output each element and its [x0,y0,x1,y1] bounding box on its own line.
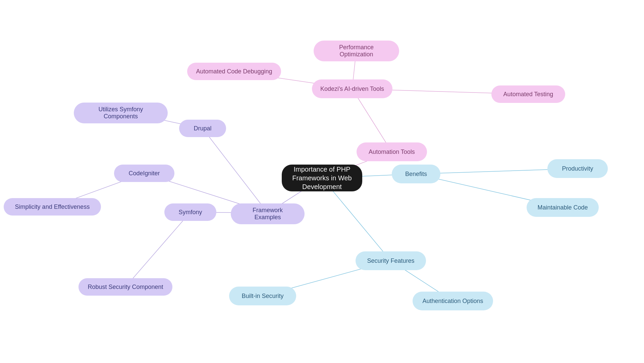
mindmap-node-automation_tools: Automation Tools [357,142,427,161]
mindmap-node-automated_debugging: Automated Code Debugging [187,63,281,80]
mindmap-node-kodezi: Kodezi's AI-driven Tools [312,79,392,98]
mindmap-node-automated_testing: Automated Testing [491,85,565,103]
mindmap-node-symfony: Symfony [164,203,216,221]
mindmap-node-robust_security: Robust Security Component [78,278,172,296]
mindmap-node-productivity: Productivity [547,159,608,178]
mindmap-node-codeigniter: CodeIgniter [114,165,174,182]
mindmap-node-performance_optimization: Performance Optimization [314,41,399,61]
mindmap-node-maintainable_code: Maintainable Code [527,198,599,217]
mindmap-node-framework_examples: Framework Examples [231,203,305,224]
mindmap-node-security_features: Security Features [356,251,426,270]
mindmap-node-simplicity: Simplicity and Effectiveness [4,198,101,216]
mindmap-node-authentication_options: Authentication Options [413,292,493,310]
mindmap-node-benefits: Benefits [392,165,440,183]
mindmap-node-utilizes_symfony: Utilizes Symfony Components [74,103,168,123]
mindmap-node-center: Importance of PHP Frameworks in Web Deve… [282,165,362,191]
mindmap-node-drupal: Drupal [179,120,226,137]
mindmap-node-built_in_security: Built-in Security [229,287,296,305]
